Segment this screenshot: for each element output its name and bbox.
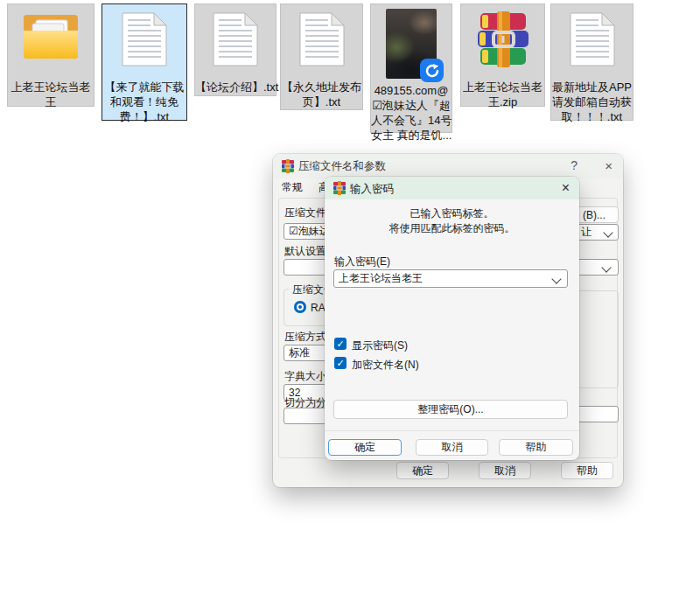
ok-button[interactable]: 确定	[328, 439, 402, 456]
ok-button[interactable]: 确定	[396, 462, 449, 479]
winrar-archive-icon	[461, 11, 544, 67]
desktop-icon-txt-newaddress[interactable]: 最新地址及APP 请发邮箱自动获 取！！！.txt	[550, 3, 634, 121]
password-dialog-titlebar[interactable]: 输入密码 ×	[325, 177, 579, 199]
desktop-icon-txt-intro[interactable]: 【论坛介绍】.txt	[194, 3, 276, 96]
chevron-down-icon	[601, 262, 611, 272]
help-button[interactable]: 帮助	[561, 462, 613, 479]
desktop-icon-video[interactable]: 489155.com@ ☑泡妹达人『超 人不会飞』14号 女主 真的是饥...	[370, 3, 452, 133]
icon-label: 【永久地址发布 页】.txt	[281, 80, 362, 109]
password-info-line1: 已输入密码标签。	[325, 206, 579, 221]
icon-label: 上老王论坛当老 王	[8, 80, 94, 109]
password-input[interactable]: 上老王论坛当老王	[333, 269, 568, 288]
dictionary-label: 字典大小	[284, 369, 326, 384]
show-password-label: 显示密码(S)	[352, 338, 408, 353]
help-icon[interactable]: ?	[570, 158, 578, 172]
profile-label: 默认设置	[284, 244, 326, 259]
desktop-icon-txt-selected[interactable]: 【来了就能下载 和观看！纯免 费！】.txt	[102, 3, 187, 121]
cancel-button[interactable]: 取消	[416, 439, 488, 456]
icon-label: 【来了就能下载 和观看！纯免 费！】.txt	[102, 80, 186, 124]
cancel-button[interactable]: 取消	[479, 462, 531, 479]
winrar-icon	[281, 159, 295, 173]
desktop-icon-txt-address[interactable]: 【永久地址发布 页】.txt	[280, 3, 363, 110]
close-icon[interactable]: ×	[605, 158, 612, 173]
text-file-icon	[551, 11, 633, 67]
format-radio-rar[interactable]	[294, 301, 306, 313]
icon-label: 最新地址及APP 请发邮箱自动获 取！！！.txt	[551, 80, 633, 124]
encrypt-names-checkbox[interactable]: ✓	[334, 357, 346, 369]
desktop-icon-zip[interactable]: 上老王论坛当老 王.zip	[460, 3, 545, 107]
player-badge-icon	[420, 59, 444, 82]
help-button[interactable]: 帮助	[499, 439, 573, 456]
method-label: 压缩方式	[284, 330, 326, 345]
archive-dialog-title: 压缩文件名和参数	[298, 159, 386, 174]
winrar-icon	[332, 181, 346, 195]
icon-label: 上老王论坛当老 王.zip	[461, 80, 544, 109]
password-dialog-title: 输入密码	[350, 182, 394, 197]
footer-divider	[325, 430, 579, 431]
password-dialog: 输入密码 × 已输入密码标签。 将使用匹配此标签的密码。 输入密码(E) 上老王…	[325, 177, 579, 460]
video-thumbnail	[386, 9, 437, 79]
password-label: 输入密码(E)	[334, 255, 390, 269]
text-file-icon	[195, 11, 276, 67]
encrypt-names-label: 加密文件名(N)	[352, 358, 419, 373]
password-info-line2: 将使用匹配此标签的密码。	[325, 221, 579, 236]
desktop: 上老王论坛当老 王 【来了就能下载 和观看！纯免 费！】.txt	[0, 0, 700, 600]
icon-label: 【论坛介绍】.txt	[195, 80, 276, 94]
archive-dialog-titlebar[interactable]: 压缩文件名和参数 ? ×	[273, 154, 623, 178]
chevron-down-icon	[603, 227, 612, 237]
text-file-icon	[102, 11, 186, 67]
organize-passwords-button[interactable]: 整理密码(O)...	[333, 400, 568, 419]
text-file-icon	[281, 11, 362, 67]
close-icon[interactable]: ×	[562, 180, 570, 196]
chevron-down-icon	[551, 274, 561, 283]
show-password-checkbox[interactable]: ✓	[334, 338, 346, 350]
folder-icon	[8, 11, 94, 64]
desktop-icon-folder[interactable]: 上老王论坛当老 王	[7, 3, 94, 107]
tab-general[interactable]: 常规	[282, 180, 303, 195]
icon-label: 489155.com@ ☑泡妹达人『超 人不会飞』14号 女主 真的是饥...	[371, 83, 452, 143]
